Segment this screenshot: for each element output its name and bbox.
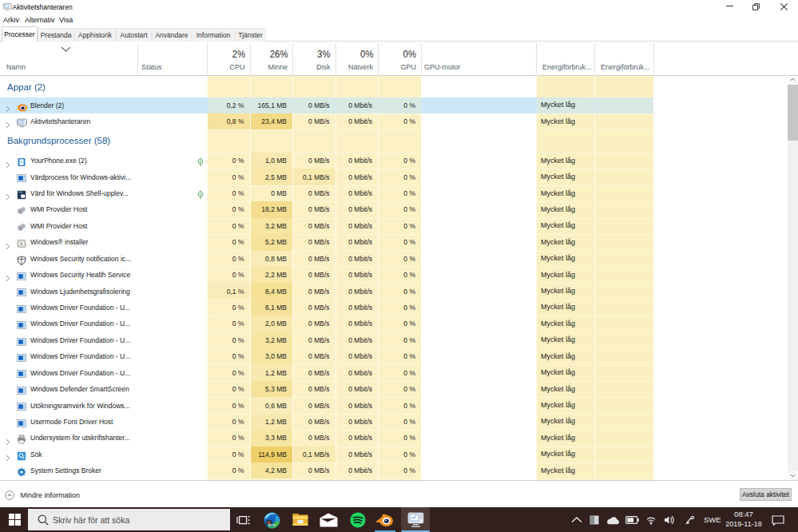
svg-text:BETA: BETA <box>268 524 276 527</box>
